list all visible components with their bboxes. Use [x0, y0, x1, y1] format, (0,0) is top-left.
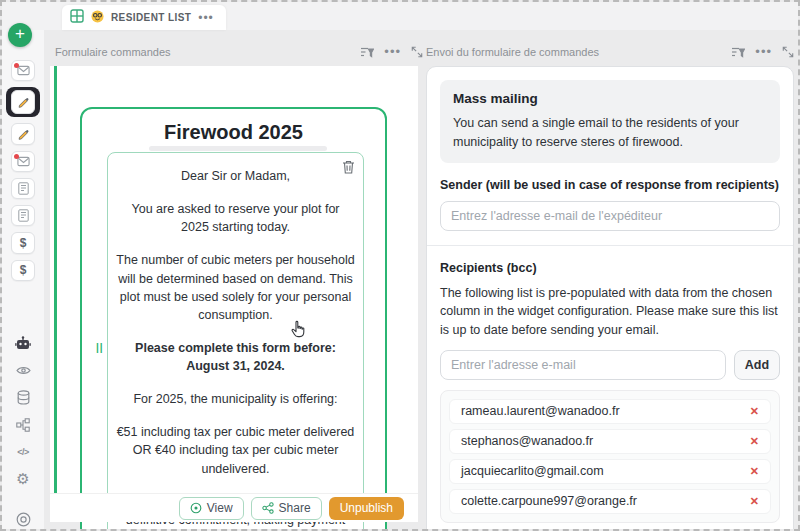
expand-icon[interactable] — [782, 46, 794, 58]
workflow-icon[interactable] — [14, 416, 32, 434]
recipient-email: jacquiecarlito@gmail.com — [461, 464, 604, 478]
sidebar-item-active[interactable] — [6, 87, 40, 117]
eye-icon[interactable] — [14, 362, 32, 380]
payment-icon[interactable]: $ — [11, 232, 35, 253]
notification-dot — [14, 154, 19, 159]
share-nodes-icon — [262, 502, 274, 514]
form-document-icon[interactable] — [11, 205, 35, 226]
published-form: Firewood 2025 Dear Sir or Madam, You are… — [80, 107, 387, 531]
tab-label: RESIDENT LIST — [111, 12, 191, 23]
left-panel-title: Formulaire commandes — [55, 46, 171, 58]
recipients-description: The following list is pre-populated with… — [440, 284, 780, 340]
filter-sort-icon[interactable] — [731, 47, 745, 58]
recipient-list: rameau.laurent@wanadoo.fr ✕ stephanos@wa… — [440, 390, 780, 523]
pencil-icon[interactable] — [11, 90, 35, 114]
letter-paragraph: Dear Sir or Madam, — [116, 167, 355, 185]
right-panel-header: Envoi du formulaire de commandes ••• — [426, 42, 794, 62]
mail-notification-icon[interactable] — [11, 60, 35, 81]
letter-paragraph: The number of cubic meters per household… — [116, 251, 355, 324]
drag-handle[interactable]: || — [96, 341, 104, 356]
sidebar-tools: </> ⚙ — [14, 335, 32, 529]
recipient-row: colette.carpoune997@orange.fr ✕ — [449, 489, 771, 514]
right-panel-title: Envoi du formulaire de commandes — [426, 46, 599, 58]
pencil-icon[interactable] — [11, 123, 35, 144]
panel-menu-icon[interactable]: ••• — [755, 49, 772, 54]
remove-recipient-icon[interactable]: ✕ — [750, 495, 759, 508]
recipient-row: jacquiecarlito@gmail.com ✕ — [449, 459, 771, 484]
trash-icon[interactable] — [342, 160, 355, 179]
view-eye-icon — [190, 502, 202, 514]
sender-label: Sender (will be used in case of response… — [440, 178, 780, 192]
notification-dot — [14, 63, 19, 68]
recipients-label: Recipients (bcc) — [440, 261, 780, 275]
form-action-bar: View Share Unpublish — [50, 493, 418, 522]
tab-menu-icon[interactable]: ••• — [198, 11, 214, 25]
add-recipient-row: Add — [440, 350, 780, 380]
mass-mailing-description: You can send a single email to the resid… — [453, 114, 767, 152]
form-title: Firewood 2025 — [82, 121, 385, 144]
form-document-icon[interactable] — [11, 178, 35, 199]
letter-block[interactable]: Dear Sir or Madam, You are asked to rese… — [107, 152, 364, 531]
settings-gear-icon[interactable]: ⚙ — [14, 470, 32, 488]
tab-emoji-icon — [91, 9, 104, 27]
view-button[interactable]: View — [179, 497, 244, 520]
accent-line — [54, 66, 57, 522]
letter-paragraph: €51 including tax per cubic meter delive… — [116, 423, 355, 477]
robot-icon[interactable] — [14, 335, 32, 353]
payment-icon[interactable]: $ — [11, 260, 35, 281]
recipient-row: rameau.laurent@wanadoo.fr ✕ — [449, 399, 771, 424]
left-panel-header: Formulaire commandes ••• — [55, 42, 423, 62]
letter-paragraph: You are asked to reserve your plot for 2… — [116, 200, 355, 236]
sender-email-input[interactable] — [440, 201, 780, 231]
add-recipient-button[interactable]: Add — [734, 350, 780, 380]
app-window: { "topbar": { "tab_label": "RESIDENT LIS… — [0, 0, 800, 531]
recipient-email: colette.carpoune997@orange.fr — [461, 494, 637, 508]
mail-notification-icon[interactable] — [11, 151, 35, 172]
tab-resident-list[interactable]: RESIDENT LIST ••• — [62, 5, 226, 30]
record-target-icon[interactable] — [14, 511, 32, 529]
mass-mailing-title: Mass mailing — [453, 91, 767, 106]
code-icon[interactable]: </> — [14, 443, 32, 461]
widget-sidebar: $ $ — [2, 30, 44, 529]
recipient-email-input[interactable] — [440, 350, 726, 380]
share-button[interactable]: Share — [251, 497, 322, 520]
letter-paragraph: For 2025, the municipality is offering: — [116, 390, 355, 408]
database-icon[interactable] — [14, 389, 32, 407]
remove-recipient-icon[interactable]: ✕ — [750, 405, 759, 418]
topbar: RESIDENT LIST ••• — [2, 2, 798, 30]
expand-icon[interactable] — [411, 46, 423, 58]
unpublish-button[interactable]: Unpublish — [329, 497, 404, 520]
recipient-email: stephanos@wanadoo.fr — [461, 434, 593, 448]
divider — [427, 245, 793, 246]
collapsed-field-bar — [149, 146, 327, 151]
recipient-email: rameau.laurent@wanadoo.fr — [461, 404, 620, 418]
filter-sort-icon[interactable] — [360, 47, 374, 58]
recipient-row: stephanos@wanadoo.fr ✕ — [449, 429, 771, 454]
remove-recipient-icon[interactable]: ✕ — [750, 435, 759, 448]
mass-mailing-intro: Mass mailing You can send a single email… — [440, 80, 780, 163]
panel-menu-icon[interactable]: ••• — [384, 49, 401, 54]
add-tab-button[interactable]: + — [8, 23, 32, 47]
remove-recipient-icon[interactable]: ✕ — [750, 465, 759, 478]
table-grid-icon — [70, 9, 84, 27]
mass-mailing-panel: Mass mailing You can send a single email… — [426, 66, 794, 531]
form-preview-panel: Firewood 2025 Dear Sir or Madam, You are… — [50, 66, 418, 522]
letter-paragraph-deadline: || Please complete this form before: Aug… — [116, 339, 355, 375]
